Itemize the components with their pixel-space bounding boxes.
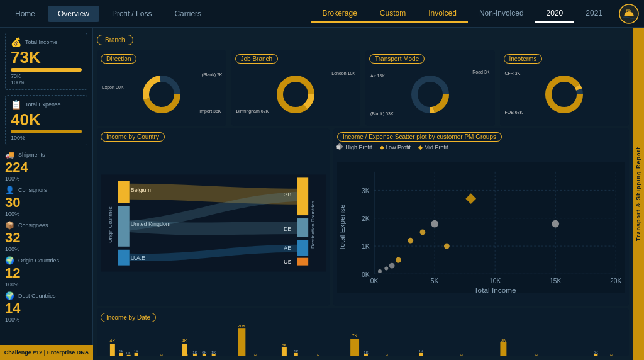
nav-tab-non-invoiced[interactable]: Non-Invoiced xyxy=(468,5,535,23)
total-income-label: Total Income xyxy=(25,39,57,45)
total-expense-box: 📋 Total Expense 40K 100% xyxy=(5,95,87,146)
nav-tab-2021[interactable]: 2021 xyxy=(574,5,614,23)
stat-consignees: 📦 Consignees 32 100% xyxy=(5,221,87,252)
stat-consignees-value: 32 xyxy=(5,230,87,246)
total-expense-value: 40K xyxy=(11,111,82,129)
svg-rect-89 xyxy=(500,342,506,356)
svg-text:✕: ✕ xyxy=(316,354,320,356)
donut-branch: Job Branch London 10K Birmingham 62K xyxy=(231,50,361,126)
sankey-area: Origin Countries Destination Countries B… xyxy=(101,144,326,302)
nav-tab-2020[interactable]: 2020 xyxy=(535,5,575,23)
stat-dest-label: Dest Countries xyxy=(18,293,56,299)
svg-text:1K: 1K xyxy=(419,349,423,353)
svg-text:Total Expense: Total Expense xyxy=(338,204,347,251)
svg-rect-77 xyxy=(238,328,245,356)
income-sub: 73K100% xyxy=(11,73,82,86)
stat-consignees-label: Consignees xyxy=(18,222,48,228)
svg-text:✕: ✕ xyxy=(385,354,389,356)
total-income-value: 73K xyxy=(11,48,82,67)
cfr-label: CFR 3K xyxy=(505,71,521,76)
svg-text:2K: 2K xyxy=(362,215,370,222)
svg-text:1K: 1K xyxy=(364,351,368,354)
svg-rect-15 xyxy=(118,181,130,203)
expense-icon: 📋 xyxy=(11,99,21,110)
svg-rect-17 xyxy=(118,206,130,247)
side-panel: 💰 Total Income 73K 73K100% 📋 Total Expen… xyxy=(0,28,93,360)
income-progress-fill xyxy=(11,68,82,72)
london-label: London 10K xyxy=(331,71,355,76)
svg-text:Origin Countries: Origin Countries xyxy=(108,206,113,242)
svg-text:Total Income: Total Income xyxy=(474,286,516,295)
scatter-svg: 0K 1K 2K 3K 0K 5K 10K 15K 20K Total Inco… xyxy=(337,153,625,302)
svg-text:1K: 1K xyxy=(362,243,370,250)
right-side-text: Transport & Shipping Report xyxy=(635,147,641,241)
svg-text:Aug 2020: Aug 2020 xyxy=(199,356,221,356)
scatter-title: Income / Expense Scatter plot by custome… xyxy=(337,132,502,142)
svg-text:15K: 15K xyxy=(550,278,561,284)
donut-direction-area: Export 30K (Blank) 7K Import 36K xyxy=(101,66,223,122)
stat-dest-countries: 🌍 Dest Countries 14 100% xyxy=(5,291,87,323)
challenge-text: Challenge #12 | Enterprise DNA xyxy=(4,349,89,356)
stat-dest-pct: 100% xyxy=(5,317,87,323)
bottom-left-label: Challenge #12 | Enterprise DNA xyxy=(0,345,93,360)
svg-rect-25 xyxy=(297,240,308,256)
high-profit-dot: ◆ xyxy=(336,143,343,150)
svg-text:7K: 7K xyxy=(352,334,358,338)
svg-text:Dec 2020: Dec 2020 xyxy=(499,356,521,356)
svg-point-57 xyxy=(552,220,559,228)
sankey-svg: Origin Countries Destination Countries B… xyxy=(101,144,326,302)
birmingham-label: Birmingham 62K xyxy=(236,109,269,113)
svg-text:Nov 2020: Nov 2020 xyxy=(424,356,446,356)
filter-branch-btn[interactable]: Branch xyxy=(97,35,133,45)
stat-origin-countries: 🌍 Origin Countries 12 100% xyxy=(5,256,87,288)
donut-direction-svg xyxy=(140,72,184,116)
donut-direction-title: Direction xyxy=(101,54,136,64)
donut-branch-svg xyxy=(274,72,318,116)
svg-text:Destination Countries: Destination Countries xyxy=(310,201,316,249)
income-icon: 💰 xyxy=(11,37,21,47)
svg-rect-27 xyxy=(297,258,308,266)
scatter-area: 0K 1K 2K 3K 0K 5K 10K 15K 20K Total Inco… xyxy=(337,153,625,302)
ship-icon xyxy=(619,4,639,24)
svg-text:1K: 1K xyxy=(294,349,298,353)
svg-rect-63 xyxy=(119,353,123,356)
nav-tab-carriers[interactable]: Carriers xyxy=(164,6,211,22)
donut-incoterms-svg xyxy=(542,72,586,116)
svg-rect-87 xyxy=(419,353,423,356)
nav-tab-overview[interactable]: Overview xyxy=(48,6,99,22)
svg-text:US: US xyxy=(284,259,291,265)
donut-row: Direction Export 30K (Blank) 7K Import 3… xyxy=(97,50,629,126)
timeline-chart: 4K 1K 0K 1K 4K 1K 0K 1K 20K xyxy=(101,325,625,356)
nav-tab-brokerage[interactable]: Brokerage xyxy=(311,5,368,23)
main-content: Branch Direction Export 30K (Blank) 7K I… xyxy=(93,28,633,360)
svg-text:0K: 0K xyxy=(126,351,131,355)
donut-incoterms: Incoterms CFR 3K FOB 68K xyxy=(500,50,630,126)
svg-text:✕: ✕ xyxy=(535,354,538,356)
mid-profit-dot: ◆ xyxy=(418,144,423,150)
stat-shipments: 🚚 Shipments 224 100% xyxy=(5,150,87,182)
nav-tab-invoiced[interactable]: Invoiced xyxy=(417,5,468,23)
stat-consignors-value: 30 xyxy=(5,194,87,211)
nav-tab-custom[interactable]: Custom xyxy=(369,5,417,23)
svg-text:8K: 8K xyxy=(282,343,286,347)
total-income-box: 💰 Total Income 73K 73K100% xyxy=(5,33,87,90)
svg-text:1K: 1K xyxy=(134,349,138,353)
stat-shipments-label: Shipments xyxy=(18,152,45,158)
svg-text:20K: 20K xyxy=(238,325,246,328)
svg-text:Sep 2020: Sep 2020 xyxy=(274,356,296,356)
nav-tab-profit-loss[interactable]: Profit / Loss xyxy=(102,6,162,22)
donut-transport-svg xyxy=(408,72,452,116)
svg-text:0K: 0K xyxy=(202,351,206,354)
nav-tab-home[interactable]: Home xyxy=(5,6,45,22)
expense-progress-fill xyxy=(11,130,82,133)
stat-shipments-value: 224 xyxy=(5,159,87,176)
timeline-panel: Income by Date 4K 1K 0K 1K 4K 1K 0K xyxy=(97,308,629,356)
donut-branch-title: Job Branch xyxy=(235,54,279,64)
svg-rect-23 xyxy=(297,218,308,237)
timeline-title: Income by Date xyxy=(101,313,156,322)
middle-row: Income by Country Origin Countries Desti… xyxy=(97,128,629,306)
svg-text:0K: 0K xyxy=(362,271,370,278)
svg-rect-83 xyxy=(350,339,359,356)
import-label: Import 36K xyxy=(199,109,221,113)
svg-rect-79 xyxy=(282,347,287,356)
